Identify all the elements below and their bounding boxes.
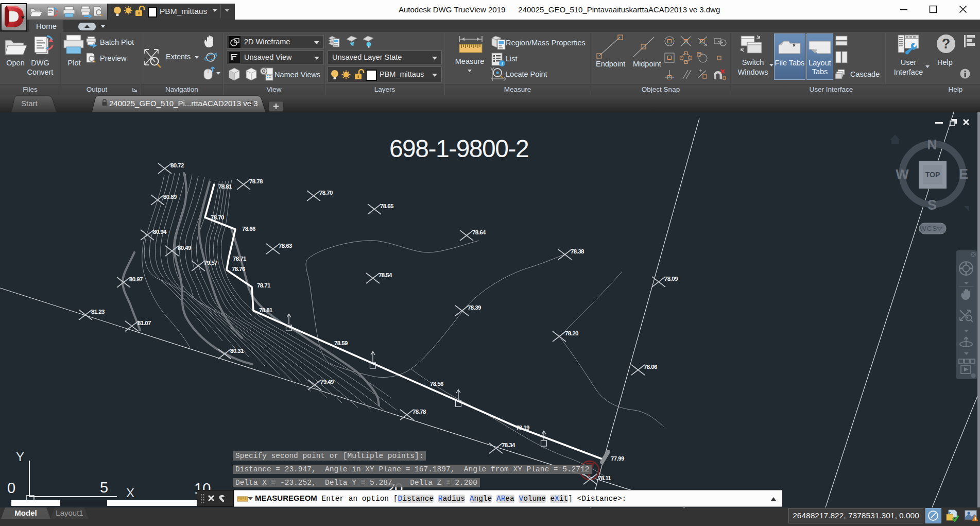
svg-text:78.34: 78.34: [502, 442, 515, 448]
svg-text:77.99: 77.99: [611, 455, 624, 462]
svg-text:5: 5: [100, 479, 108, 496]
svg-text:X: X: [126, 486, 134, 500]
svg-text:E: E: [959, 166, 968, 182]
svg-text:78.71: 78.71: [233, 256, 247, 262]
svg-text:78.78: 78.78: [249, 178, 263, 184]
svg-text:78.54: 78.54: [379, 272, 392, 278]
svg-text:78.06: 78.06: [644, 364, 657, 370]
svg-text:78.64: 78.64: [472, 229, 486, 235]
svg-text:S: S: [927, 197, 937, 213]
svg-text:80.89: 80.89: [163, 194, 177, 200]
svg-text:81.23: 81.23: [91, 309, 105, 315]
svg-text:78.70: 78.70: [319, 190, 333, 196]
svg-text:0: 0: [7, 480, 15, 496]
svg-text:698-1-9800-2: 698-1-9800-2: [389, 135, 528, 162]
svg-text:79.57: 79.57: [204, 260, 217, 266]
svg-text:N: N: [927, 137, 937, 152]
svg-text:Layout1: Layout1: [56, 508, 83, 517]
svg-text:78.70: 78.70: [211, 214, 224, 220]
svg-text:78.66: 78.66: [242, 226, 255, 232]
svg-text:78.20: 78.20: [565, 330, 578, 336]
svg-text:WCS: WCS: [920, 225, 938, 232]
svg-text:80.49: 80.49: [178, 245, 191, 251]
svg-text:78.81: 78.81: [218, 183, 232, 190]
svg-text:80.94: 80.94: [153, 229, 167, 235]
svg-text:78.39: 78.39: [468, 304, 481, 311]
svg-text:80.72: 80.72: [170, 162, 184, 168]
svg-text:80.31: 80.31: [230, 348, 244, 354]
svg-text:78.19: 78.19: [516, 425, 529, 431]
svg-text:78.09: 78.09: [664, 276, 678, 282]
svg-text:?: ?: [942, 36, 951, 52]
svg-text:78.56: 78.56: [430, 381, 443, 387]
svg-text:TOP: TOP: [925, 171, 940, 179]
svg-text:Y: Y: [16, 450, 24, 464]
svg-text:78.71: 78.71: [257, 282, 271, 289]
svg-text:78.65: 78.65: [380, 203, 394, 209]
svg-text:79.49: 79.49: [320, 379, 334, 385]
svg-text:Model: Model: [14, 508, 37, 517]
svg-text:78.63: 78.63: [279, 243, 292, 249]
svg-text:78.78: 78.78: [412, 409, 426, 415]
svg-text:W: W: [896, 167, 909, 182]
svg-text:78.76: 78.76: [232, 266, 245, 272]
svg-text:78.11: 78.11: [598, 475, 611, 481]
svg-text:78.81: 78.81: [259, 307, 273, 313]
svg-text:81.07: 81.07: [137, 320, 151, 326]
svg-text:80.97: 80.97: [129, 276, 143, 282]
svg-text:78.38: 78.38: [571, 248, 584, 254]
svg-text:78.59: 78.59: [334, 340, 348, 346]
